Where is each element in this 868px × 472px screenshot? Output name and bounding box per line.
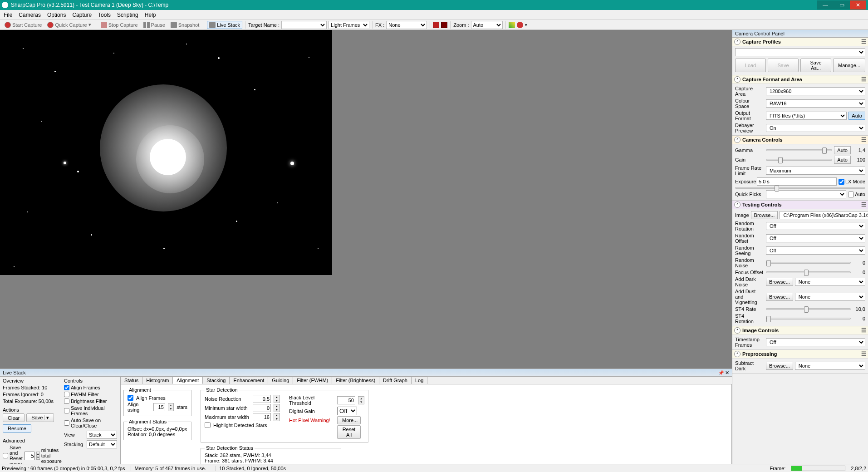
align-stars-count[interactable]	[153, 403, 165, 411]
tab-filter-fwhm[interactable]: Filter (FWHM)	[293, 377, 332, 384]
target-name-select[interactable]	[281, 21, 327, 29]
save-reset-spinner[interactable]: ▲▼	[36, 452, 40, 460]
black-level-input[interactable]	[337, 396, 355, 404]
menu-help[interactable]: Help	[145, 12, 156, 18]
start-capture-button[interactable]: Start Capture	[3, 21, 44, 29]
st4-rotation-slider[interactable]	[766, 318, 851, 320]
tab-guiding[interactable]: Guiding	[268, 377, 293, 384]
focus-offset-slider[interactable]	[766, 271, 851, 273]
subtract-dark-select[interactable]: None	[795, 362, 865, 370]
capture-profiles-header[interactable]: ˄Capture Profiles☰	[732, 38, 868, 46]
tab-filter-brightness[interactable]: Filter (Brightness)	[332, 377, 379, 384]
random-rotation-select[interactable]: Off	[766, 222, 865, 230]
tab-enhancement[interactable]: Enhancement	[229, 377, 268, 384]
resume-button[interactable]: Resume	[3, 424, 31, 433]
menu-scripting[interactable]: Scripting	[117, 12, 138, 18]
save-button[interactable]: Save ▾	[26, 413, 54, 422]
close-button[interactable]: ✕	[850, 0, 866, 10]
darkred-square-icon[interactable]	[441, 22, 447, 28]
hamburger-icon[interactable]: ☰	[861, 137, 866, 143]
hamburger-icon[interactable]: ☰	[861, 202, 866, 208]
dark-browse-button[interactable]: Browse...	[766, 278, 793, 286]
menu-file[interactable]: File	[4, 12, 12, 18]
dust-select[interactable]: None	[795, 293, 865, 301]
save-profile-button[interactable]: Save	[768, 59, 799, 72]
colour-space-select[interactable]: RAW16	[766, 99, 865, 108]
gamma-auto-button[interactable]: Auto	[834, 146, 851, 154]
hamburger-icon[interactable]: ☰	[861, 327, 866, 334]
frame-type-select[interactable]: Light Frames	[329, 21, 369, 29]
stacking-select[interactable]: Default	[87, 440, 117, 448]
reset-all-button[interactable]: Reset All	[337, 425, 361, 439]
tab-stacking[interactable]: Stacking	[202, 377, 230, 384]
stop-capture-button[interactable]: Stop Capture	[99, 21, 140, 29]
save-reset-value[interactable]	[24, 452, 35, 460]
digital-gain-select[interactable]: Off	[337, 407, 357, 415]
histogram-icon[interactable]	[509, 22, 515, 28]
preprocessing-header[interactable]: ˄Preprocessing☰	[732, 350, 868, 359]
pin-icon[interactable]: 📌	[718, 370, 724, 375]
menu-capture[interactable]: Capture	[72, 12, 92, 18]
minimize-button[interactable]: —	[817, 0, 834, 10]
image-controls-header[interactable]: ˄Image Controls☰	[732, 326, 868, 335]
subtract-dark-browse-button[interactable]: Browse...	[766, 362, 793, 370]
exposure-slider[interactable]	[735, 187, 865, 189]
capture-format-header[interactable]: ˄Capture Format and Area☰	[732, 75, 868, 84]
output-format-select[interactable]: FITS files (*.fits)	[766, 112, 847, 120]
profile-select[interactable]	[735, 48, 865, 56]
clear-button[interactable]: Clear	[3, 413, 25, 422]
gain-slider[interactable]	[766, 159, 832, 161]
brightness-filter-checkbox[interactable]	[64, 398, 69, 404]
hamburger-icon[interactable]: ☰	[861, 76, 866, 83]
tab-status[interactable]: Status	[120, 377, 142, 384]
zoom-select[interactable]: Auto	[471, 21, 503, 29]
preview-area[interactable]	[0, 30, 732, 369]
save-as-button[interactable]: Save As...	[800, 59, 831, 72]
menu-tools[interactable]: Tools	[98, 12, 111, 18]
camera-controls-header[interactable]: ˄Camera Controls☰	[732, 136, 868, 144]
auto-save-checkbox[interactable]	[64, 420, 69, 426]
reticule-icon[interactable]	[517, 22, 523, 28]
tab-log[interactable]: Log	[411, 377, 427, 384]
align-frames-checkbox[interactable]	[64, 385, 69, 390]
save-individual-checkbox[interactable]	[64, 408, 69, 413]
snapshot-button[interactable]: Snapshot	[169, 21, 201, 29]
highlight-detected-checkbox[interactable]	[205, 422, 211, 428]
testing-controls-header[interactable]: ˄Testing Controls☰	[732, 201, 868, 209]
noise-reduction-input[interactable]	[253, 395, 271, 403]
lx-mode-checkbox[interactable]	[839, 179, 844, 185]
max-width-input[interactable]	[253, 413, 271, 421]
random-seeing-select[interactable]: Off	[766, 246, 865, 255]
debayer-select[interactable]: On	[766, 124, 865, 132]
pause-button[interactable]: Pause	[142, 21, 167, 29]
dark-noise-select[interactable]: None	[795, 278, 865, 286]
live-stack-button[interactable]: Live Stack	[207, 21, 242, 29]
fx-select[interactable]: None	[386, 21, 427, 29]
menu-options[interactable]: Options	[47, 12, 66, 18]
st4-rate-slider[interactable]	[766, 308, 851, 310]
gain-auto-button[interactable]: Auto	[834, 156, 851, 164]
align-frames-checkbox2[interactable]	[128, 395, 133, 401]
view-select[interactable]: Stack	[87, 431, 117, 439]
menu-cameras[interactable]: Cameras	[19, 12, 41, 18]
output-auto-button[interactable]: Auto	[848, 112, 865, 120]
load-button[interactable]: Load	[735, 59, 766, 72]
random-offset-select[interactable]: Off	[766, 234, 865, 242]
timestamp-select[interactable]: Off	[766, 338, 865, 346]
manage-button[interactable]: Manage...	[833, 59, 865, 72]
tab-histogram[interactable]: Histogram	[142, 377, 173, 384]
maximize-button[interactable]: ▭	[834, 0, 850, 10]
fwhm-filter-checkbox[interactable]	[64, 392, 69, 397]
close-panel-icon[interactable]: ✕	[725, 370, 729, 375]
hamburger-icon[interactable]: ☰	[861, 351, 866, 357]
random-noise-slider[interactable]	[766, 262, 851, 264]
tab-alignment[interactable]: Alignment	[172, 377, 203, 384]
red-square-icon[interactable]	[433, 22, 439, 28]
quick-capture-button[interactable]: Quick Capture ▾	[45, 21, 93, 29]
tab-drift-graph[interactable]: Drift Graph	[379, 377, 412, 384]
more-button[interactable]: More...	[337, 416, 361, 424]
exposure-input[interactable]	[757, 177, 837, 186]
image-browse-button[interactable]: Browse...	[751, 211, 778, 219]
align-stars-spinner[interactable]: ▲▼	[168, 403, 174, 411]
min-width-input[interactable]	[253, 404, 271, 412]
